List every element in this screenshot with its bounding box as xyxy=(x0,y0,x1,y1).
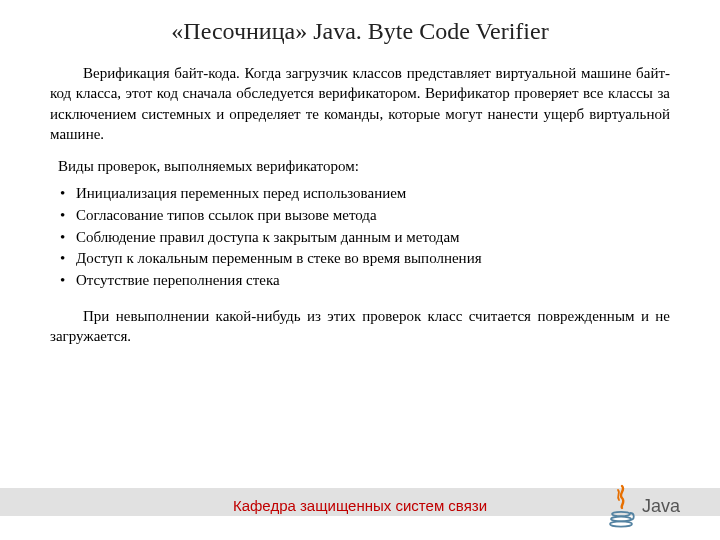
slide-content: Верификация байт-кода. Когда загрузчик к… xyxy=(0,53,720,346)
java-cup-icon xyxy=(608,484,636,528)
slide-title: «Песочница» Java. Byte Code Verifier xyxy=(0,0,720,53)
list-item: Соблюдение правил доступа к закрытым дан… xyxy=(50,227,670,249)
bullet-lead: Виды проверок, выполняемых верификатором… xyxy=(58,158,670,175)
svg-point-0 xyxy=(612,512,630,516)
bullet-list: Инициализация переменных перед использов… xyxy=(50,183,670,292)
list-item: Инициализация переменных перед использов… xyxy=(50,183,670,205)
list-item: Согласование типов ссылок при вызове мет… xyxy=(50,205,670,227)
logo-label: Java xyxy=(642,496,680,517)
list-item: Доступ к локальным переменным в стеке во… xyxy=(50,248,670,270)
intro-paragraph: Верификация байт-кода. Когда загрузчик к… xyxy=(50,63,670,144)
svg-point-2 xyxy=(610,521,632,526)
java-logo: Java xyxy=(608,480,698,532)
outro-paragraph: При невыполнении какой-нибудь из этих пр… xyxy=(50,306,670,347)
list-item: Отсутствие переполнения стека xyxy=(50,270,670,292)
